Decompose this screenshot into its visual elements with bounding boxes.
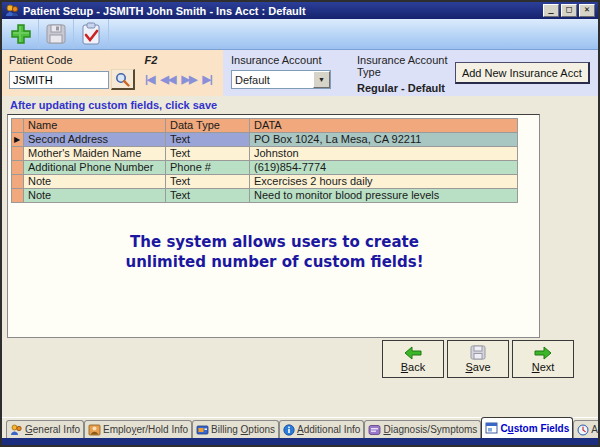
bottom-border-bar [2,438,598,445]
row-selector-cell [12,161,24,175]
tab-label: Appointments [591,424,600,435]
previous-record-icon[interactable]: ◀◀ [161,73,176,86]
next-button[interactable]: Next [512,340,574,378]
cell-data[interactable]: Excercises 2 hours daily [250,175,518,189]
table-row[interactable]: Note Text Need to monitor blood pressure… [12,189,518,203]
save-floppy-icon [44,22,68,46]
next-arrow-icon [534,346,552,360]
info-icon [283,424,295,436]
wizard-buttons: Back Save Next [382,340,574,378]
bottom-tabstrip: General Info Employer/Hold Info Billing … [2,417,598,438]
promo-message-line2: unlimited number of custom fields! [8,253,541,273]
table-row[interactable]: Additional Phone Number Phone # (619)854… [12,161,518,175]
tab-appointments[interactable]: Appointments [573,420,600,438]
promo-message-line1: The system allows users to create [8,233,541,253]
add-plus-icon [9,22,33,46]
custom-fields-icon [485,422,498,434]
patient-search-button[interactable] [111,69,135,90]
minimize-button[interactable]: _ [543,4,559,17]
save-button-label: Save [465,361,490,373]
cell-name[interactable]: Note [24,189,166,203]
verify-button[interactable] [74,19,109,49]
save-toolbar-button[interactable] [39,19,74,49]
column-header-datatype[interactable]: Data Type [166,119,250,133]
back-button-label: Back [401,361,425,373]
cell-type[interactable]: Text [166,133,250,147]
toolbar [2,19,598,50]
field-row: Patient Code F2 |◀ ◀◀ ▶▶ ▶| [2,50,598,96]
diagnosis-icon [368,424,381,436]
window-title: Patient Setup - JSMITH John Smith - Ins … [23,5,306,17]
promo-message: The system allows users to create unlimi… [8,233,541,272]
maximize-button[interactable]: □ [561,4,577,17]
row-selector-header [12,119,24,133]
tab-diagnosis-symptoms[interactable]: Diagnosis/Symptoms [364,420,481,438]
tab-billing-options[interactable]: Billing Options [192,420,279,438]
tab-label: Additional Info [297,424,360,435]
f2-shortcut-label: F2 [145,54,158,66]
chevron-down-icon: ▼ [313,71,330,88]
cell-name[interactable]: Note [24,175,166,189]
clipboard-check-icon [80,22,102,46]
tab-additional-info[interactable]: Additional Info [279,420,364,438]
table-row[interactable]: Mother's Maiden Name Text Johnston [12,147,518,161]
cell-type[interactable]: Text [166,175,250,189]
tab-label: Billing Options [211,424,275,435]
row-selector-icon: ▶ [12,133,24,147]
notice-text: After updating custom fields, click save [2,96,598,114]
insurance-panel: Insurance Account Default ▼ Insurance Ac… [223,50,598,96]
patient-app-icon [5,4,19,17]
main-content: Name Data Type DATA ▶ Second Address Tex… [2,114,598,419]
next-record-icon[interactable]: ▶▶ [181,73,196,86]
billing-icon [196,424,209,436]
first-record-icon[interactable]: |◀ [145,73,155,86]
tab-label: Employer/Hold Info [103,424,188,435]
cell-data[interactable]: Johnston [250,147,518,161]
custom-fields-table: Name Data Type DATA ▶ Second Address Tex… [11,118,518,203]
next-button-label: Next [532,361,555,373]
tab-label: General Info [25,424,80,435]
save-floppy-icon [470,345,486,360]
insurance-account-type-value: Regular - Default [357,82,455,94]
search-icon [115,72,130,87]
tab-label: Diagnosis/Symptoms [383,424,477,435]
column-header-data[interactable]: DATA [250,119,518,133]
tab-general-info[interactable]: General Info [6,420,84,438]
titlebar: Patient Setup - JSMITH John Smith - Ins … [2,2,598,19]
insurance-account-value: Default [232,74,313,86]
clock-icon [577,424,589,436]
cell-name[interactable]: Second Address [24,133,166,147]
table-header-row: Name Data Type DATA [12,119,518,133]
back-button[interactable]: Back [382,340,444,378]
last-record-icon[interactable]: ▶| [202,73,212,86]
add-button[interactable] [4,19,39,49]
save-button[interactable]: Save [447,340,509,378]
tab-employer-hold-info[interactable]: Employer/Hold Info [84,420,192,438]
cell-data[interactable]: PO Box 1024, La Mesa, CA 92211 [250,133,518,147]
tab-custom-fields[interactable]: Custom Fields [481,417,573,438]
patient-panel: Patient Code F2 |◀ ◀◀ ▶▶ ▶| [2,50,223,96]
patient-code-label: Patient Code [9,54,73,66]
tab-label: Custom Fields [500,423,569,434]
table-row[interactable]: ▶ Second Address Text PO Box 1024, La Me… [12,133,518,147]
row-selector-cell [12,147,24,161]
cell-data[interactable]: (619)854-7774 [250,161,518,175]
employer-icon [88,424,101,436]
cell-name[interactable]: Additional Phone Number [24,161,166,175]
insurance-account-dropdown[interactable]: Default ▼ [231,70,331,89]
row-selector-cell [12,189,24,203]
cell-name[interactable]: Mother's Maiden Name [24,147,166,161]
column-header-name[interactable]: Name [24,119,166,133]
cell-type[interactable]: Phone # [166,161,250,175]
cell-type[interactable]: Text [166,189,250,203]
people-icon [10,424,23,436]
cell-data[interactable]: Need to monitor blood pressure levels [250,189,518,203]
cell-type[interactable]: Text [166,147,250,161]
patient-code-input[interactable] [9,71,109,89]
table-row[interactable]: Note Text Excercises 2 hours daily [12,175,518,189]
add-new-insurance-acct-button[interactable]: Add New Insurance Acct [455,62,590,84]
insurance-account-type-label: Insurance Account Type [357,54,455,78]
insurance-account-label: Insurance Account [231,54,331,66]
record-navigator: |◀ ◀◀ ▶▶ ▶| [145,73,212,86]
close-button[interactable]: ✕ [579,4,595,17]
